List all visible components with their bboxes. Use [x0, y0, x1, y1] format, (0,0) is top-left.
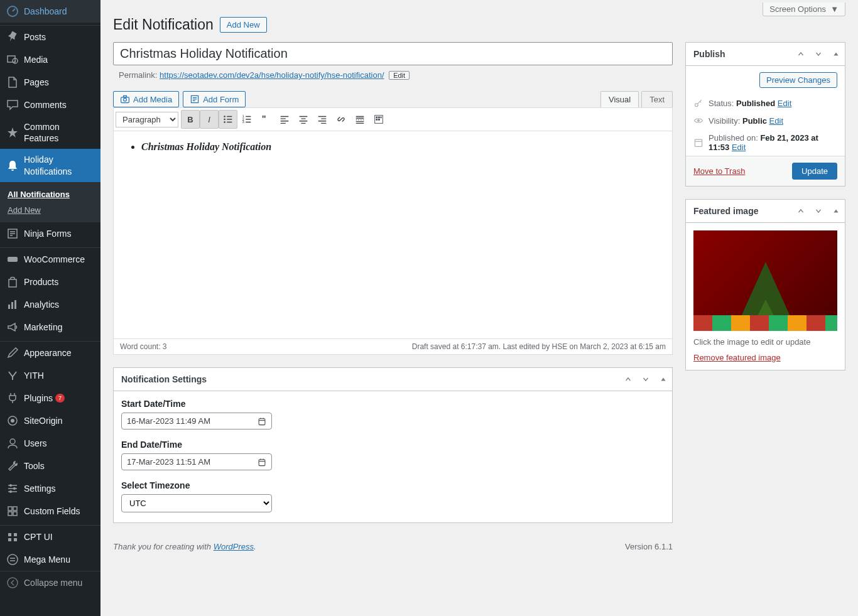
- calendar-icon: [258, 458, 266, 467]
- blockquote-button[interactable]: ": [256, 110, 275, 129]
- start-date-input[interactable]: 16-Mar-2023 11:49 AM: [121, 413, 272, 430]
- italic-button[interactable]: I: [200, 110, 219, 129]
- sidebar-item-cptui[interactable]: CPT UI: [0, 526, 100, 548]
- editor-tab-text[interactable]: Text: [641, 91, 673, 107]
- bullet-list-button[interactable]: [219, 110, 237, 129]
- sidebar-item-siteorigin[interactable]: SiteOrigin: [0, 409, 100, 432]
- sidebar-item-tools[interactable]: Tools: [0, 455, 100, 477]
- sidebar-label: Settings: [24, 483, 56, 494]
- align-right-button[interactable]: [313, 110, 332, 129]
- add-media-button[interactable]: Add Media: [113, 91, 179, 107]
- toggle-panel-button[interactable]: [654, 368, 672, 391]
- eye-icon: [693, 116, 703, 126]
- edit-visibility-link[interactable]: Edit: [769, 116, 783, 126]
- toggle-panel-button[interactable]: [827, 200, 845, 222]
- svg-rect-5: [9, 279, 16, 287]
- sidebar-label: Dashboard: [24, 6, 67, 17]
- comment-icon: [6, 99, 19, 111]
- sidebar-label: Ninja Forms: [24, 228, 71, 239]
- featured-image-box: Featured image Click the image to edit: [685, 199, 845, 370]
- permalink-edit-button[interactable]: Edit: [389, 71, 410, 80]
- cpt-icon: [6, 531, 19, 543]
- permalink: Permalink: https://seotadev.com/dev2a/hs…: [119, 70, 673, 80]
- brush-icon: [6, 347, 19, 359]
- sidebar-item-yith[interactable]: YITH: [0, 364, 100, 387]
- sidebar-item-comments[interactable]: Comments: [0, 94, 100, 116]
- bold-button[interactable]: B: [181, 110, 200, 129]
- timezone-select[interactable]: UTC: [121, 494, 272, 512]
- edit-date-link[interactable]: Edit: [732, 143, 746, 152]
- editor-container: Paragraph B I 123 " Christm: [113, 107, 673, 355]
- sidebar-label: Appearance: [24, 347, 72, 359]
- toolbar-toggle-button[interactable]: [369, 110, 388, 129]
- update-button[interactable]: Update: [792, 163, 837, 180]
- end-date-input[interactable]: 17-Mar-2023 11:51 AM: [121, 453, 272, 470]
- woo-icon: [6, 253, 19, 266]
- sidebar-item-dashboard[interactable]: Dashboard: [0, 0, 100, 23]
- format-select[interactable]: Paragraph: [116, 112, 178, 127]
- editor-tab-visual[interactable]: Visual: [600, 91, 639, 107]
- link-button[interactable]: [332, 110, 350, 129]
- star-icon: [6, 126, 19, 139]
- svg-rect-15: [8, 507, 12, 511]
- sidebar-item-products[interactable]: Products: [0, 271, 100, 293]
- sidebar-item-custom-fields[interactable]: Custom Fields: [0, 500, 100, 522]
- sidebar-item-plugins[interactable]: Plugins 7: [0, 387, 100, 409]
- svg-rect-6: [8, 305, 10, 309]
- edit-status-link[interactable]: Edit: [778, 99, 791, 108]
- sidebar-item-settings[interactable]: Settings: [0, 477, 100, 500]
- add-new-button[interactable]: Add New: [220, 17, 267, 33]
- wordpress-link[interactable]: WordPress: [214, 542, 254, 551]
- sidebar-item-media[interactable]: Media: [0, 48, 100, 71]
- permalink-link[interactable]: https://seotadev.com/dev2a/hse/holiday-n…: [160, 70, 384, 80]
- svg-rect-7: [11, 302, 13, 309]
- sidebar-item-users[interactable]: Users: [0, 432, 100, 455]
- sidebar-label: Comments: [24, 99, 67, 111]
- sidebar-item-mega-menu[interactable]: Mega Menu: [0, 548, 100, 571]
- move-down-button[interactable]: [637, 368, 654, 391]
- remove-featured-image-link[interactable]: Remove featured image: [693, 353, 781, 362]
- sidebar-item-marketing[interactable]: Marketing: [0, 316, 100, 338]
- readmore-button[interactable]: [350, 110, 369, 129]
- sidebar-item-posts[interactable]: Posts: [0, 26, 100, 48]
- chart-icon: [6, 298, 19, 311]
- move-up-button[interactable]: [792, 43, 810, 65]
- wrench-icon: [6, 460, 19, 472]
- toggle-panel-button[interactable]: [827, 43, 845, 65]
- featured-image-thumbnail[interactable]: [693, 230, 837, 331]
- move-down-button[interactable]: [810, 200, 827, 222]
- svg-point-14: [9, 490, 12, 493]
- numbered-list-button[interactable]: 123: [237, 110, 256, 129]
- sidebar-item-holiday-notifications[interactable]: Holiday Notifications: [0, 149, 100, 181]
- sidebar-item-appearance[interactable]: Appearance: [0, 342, 100, 364]
- sidebar-label: Pages: [24, 77, 49, 88]
- sidebar-item-common-features[interactable]: Common Features: [0, 116, 100, 149]
- sidebar-item-ninja-forms[interactable]: Ninja Forms: [0, 222, 100, 245]
- move-down-button[interactable]: [810, 43, 827, 65]
- sidebar-item-analytics[interactable]: Analytics: [0, 293, 100, 316]
- align-left-button[interactable]: [275, 110, 294, 129]
- sidebar-label: Analytics: [24, 299, 59, 310]
- box-title: Publish: [686, 43, 792, 65]
- featured-image-hint: Click the image to edit or update: [693, 337, 837, 347]
- preview-changes-button[interactable]: Preview Changes: [759, 72, 837, 88]
- move-up-button[interactable]: [619, 368, 637, 391]
- fields-icon: [6, 505, 19, 517]
- sidebar-label: Marketing: [24, 322, 62, 333]
- post-title-input[interactable]: [113, 42, 673, 65]
- align-center-button[interactable]: [294, 110, 313, 129]
- move-to-trash-link[interactable]: Move to Trash: [693, 166, 745, 176]
- add-form-button[interactable]: Add Form: [183, 91, 246, 107]
- submenu-add-new[interactable]: Add New: [0, 202, 100, 218]
- submenu-all-notifications[interactable]: All Notifications: [0, 186, 100, 202]
- start-date-label: Start Date/Time: [121, 399, 665, 409]
- box-title: Notification Settings: [114, 368, 619, 391]
- collapse-icon: [6, 576, 19, 589]
- collapse-menu[interactable]: Collapse menu: [0, 571, 100, 594]
- move-up-button[interactable]: [792, 200, 810, 222]
- notification-settings-box: Notification Settings Start Date/Time 16…: [113, 367, 673, 523]
- editor-content[interactable]: Christmas Holiday Notification: [114, 131, 672, 338]
- sidebar-item-pages[interactable]: Pages: [0, 71, 100, 94]
- sidebar-item-woocommerce[interactable]: WooCommerce: [0, 248, 100, 271]
- screen-options-button[interactable]: Screen Options ▼: [763, 3, 845, 16]
